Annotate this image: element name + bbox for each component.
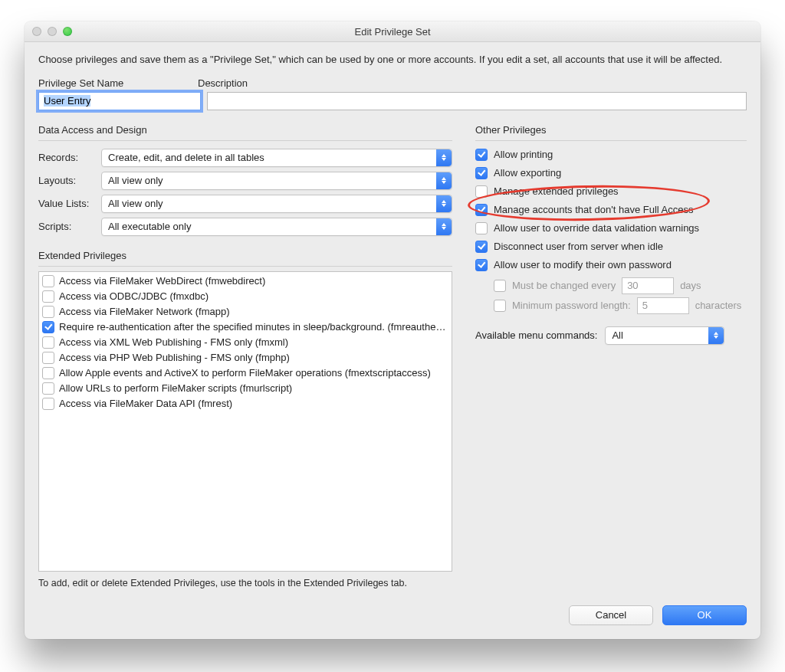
privilege-set-name-label: Privilege Set Name <box>38 77 198 89</box>
extended-privilege-label: Access via XML Web Publishing - FMS only… <box>59 336 288 348</box>
value-lists-select[interactable]: All view only <box>101 195 452 213</box>
allow-exporting-checkbox[interactable] <box>475 167 488 179</box>
edit-privilege-set-dialog: Edit Privilege Set Choose privileges and… <box>25 21 760 639</box>
manage-extended-privileges-label: Manage extended privileges <box>494 185 619 197</box>
allow-printing-checkbox[interactable] <box>475 149 488 161</box>
must-be-changed-label: Must be changed every <box>512 280 616 291</box>
layouts-label: Layouts: <box>38 175 101 186</box>
disconnect-when-idle-checkbox[interactable] <box>475 241 488 253</box>
records-label: Records: <box>38 152 101 163</box>
intro-text: Choose privileges and save them as a "Pr… <box>38 53 747 67</box>
list-item[interactable]: Access via FileMaker Network (fmapp) <box>42 304 448 320</box>
extended-privilege-label: Require re-authentication after the spec… <box>59 321 445 333</box>
extended-privileges-label: Extended Privileges <box>38 250 452 267</box>
layouts-select[interactable]: All view only <box>101 172 452 190</box>
modify-own-password-checkbox[interactable] <box>475 259 488 271</box>
chevron-updown-icon <box>436 149 452 166</box>
list-item[interactable]: Require re-authentication after the spec… <box>42 320 448 335</box>
extended-privilege-checkbox[interactable] <box>42 367 54 379</box>
list-item[interactable]: Access via FileMaker WebDirect (fmwebdir… <box>42 274 448 289</box>
allow-printing-label: Allow printing <box>494 149 553 160</box>
extended-privilege-checkbox[interactable] <box>42 290 54 303</box>
disconnect-when-idle-label: Disconnect user from server when idle <box>494 241 663 252</box>
extended-privilege-checkbox[interactable] <box>42 336 54 349</box>
chevron-updown-icon <box>436 172 452 189</box>
min-password-length-checkbox[interactable] <box>494 300 506 312</box>
chevron-updown-icon <box>436 218 452 235</box>
list-item[interactable]: Access via ODBC/JDBC (fmxdbc) <box>42 289 448 304</box>
chevron-updown-icon <box>708 327 724 344</box>
min-password-length-input[interactable] <box>637 297 689 314</box>
min-password-length-label: Minimum password length: <box>512 300 631 311</box>
ok-button[interactable]: OK <box>662 605 747 625</box>
allow-exporting-label: Allow exporting <box>494 167 561 179</box>
zoom-icon[interactable] <box>63 27 72 36</box>
scripts-select-value: All executable only <box>108 221 191 232</box>
extended-privileges-list[interactable]: Access via FileMaker WebDirect (fmwebdir… <box>38 271 452 572</box>
characters-label: characters <box>695 300 742 311</box>
allow-override-validation-checkbox[interactable] <box>475 222 488 234</box>
extended-privilege-checkbox[interactable] <box>42 398 54 410</box>
available-menu-commands-label: Available menu commands: <box>475 329 597 341</box>
available-menu-commands-value: All <box>612 329 622 341</box>
manage-extended-privileges-checkbox[interactable] <box>475 185 488 198</box>
layouts-select-value: All view only <box>108 175 163 186</box>
list-item[interactable]: Allow Apple events and ActiveX to perfor… <box>42 366 448 381</box>
list-item[interactable]: Allow URLs to perform FileMaker scripts … <box>42 381 448 396</box>
manage-accounts-checkbox[interactable] <box>475 204 488 216</box>
scripts-label: Scripts: <box>38 221 101 232</box>
minimize-icon[interactable] <box>48 27 57 36</box>
titlebar: Edit Privilege Set <box>25 21 760 42</box>
extended-privilege-checkbox[interactable] <box>42 321 54 333</box>
list-item[interactable]: Access via XML Web Publishing - FMS only… <box>42 335 448 350</box>
data-access-and-design-label: Data Access and Design <box>38 124 452 141</box>
value-lists-label: Value Lists: <box>38 198 101 209</box>
cancel-button[interactable]: Cancel <box>569 605 653 625</box>
extended-privilege-label: Access via FileMaker Network (fmapp) <box>59 306 230 317</box>
extended-privilege-label: Access via PHP Web Publishing - FMS only… <box>59 352 290 363</box>
extended-privilege-label: Access via ODBC/JDBC (fmxdbc) <box>59 290 209 302</box>
records-select-value: Create, edit, and delete in all tables <box>108 152 264 163</box>
extended-privilege-label: Allow URLs to perform FileMaker scripts … <box>59 382 292 394</box>
available-menu-commands-select[interactable]: All <box>605 326 724 345</box>
privilege-set-name-input[interactable] <box>38 92 201 110</box>
extended-privilege-checkbox[interactable] <box>42 382 54 395</box>
records-select[interactable]: Create, edit, and delete in all tables <box>101 149 452 167</box>
extended-privilege-label: Access via FileMaker Data API (fmrest) <box>59 398 232 409</box>
extended-privilege-checkbox[interactable] <box>42 306 54 318</box>
allow-override-validation-label: Allow user to override data validation w… <box>494 222 699 234</box>
other-privileges-label: Other Privileges <box>475 124 747 141</box>
list-item[interactable]: Access via PHP Web Publishing - FMS only… <box>42 350 448 366</box>
manage-accounts-label: Manage accounts that don't have Full Acc… <box>494 204 693 215</box>
must-be-changed-days-input[interactable] <box>622 277 674 294</box>
value-lists-select-value: All view only <box>108 198 163 209</box>
extended-privilege-checkbox[interactable] <box>42 352 54 364</box>
close-icon[interactable] <box>32 27 41 36</box>
scripts-select[interactable]: All executable only <box>101 218 452 236</box>
description-label: Description <box>198 77 248 89</box>
extended-privilege-label: Allow Apple events and ActiveX to perfor… <box>59 367 431 379</box>
window-title: Edit Privilege Set <box>25 26 760 38</box>
extended-privileges-hint: To add, edit or delete Extended Privileg… <box>38 578 452 588</box>
chevron-updown-icon <box>436 195 452 212</box>
modify-own-password-label: Allow user to modify their own password <box>494 259 672 270</box>
description-input[interactable] <box>207 92 747 110</box>
list-item[interactable]: Access via FileMaker Data API (fmrest) <box>42 396 448 411</box>
extended-privilege-checkbox[interactable] <box>42 275 54 287</box>
extended-privilege-label: Access via FileMaker WebDirect (fmwebdir… <box>59 275 265 287</box>
must-be-changed-checkbox[interactable] <box>494 280 506 292</box>
days-label: days <box>680 280 701 291</box>
